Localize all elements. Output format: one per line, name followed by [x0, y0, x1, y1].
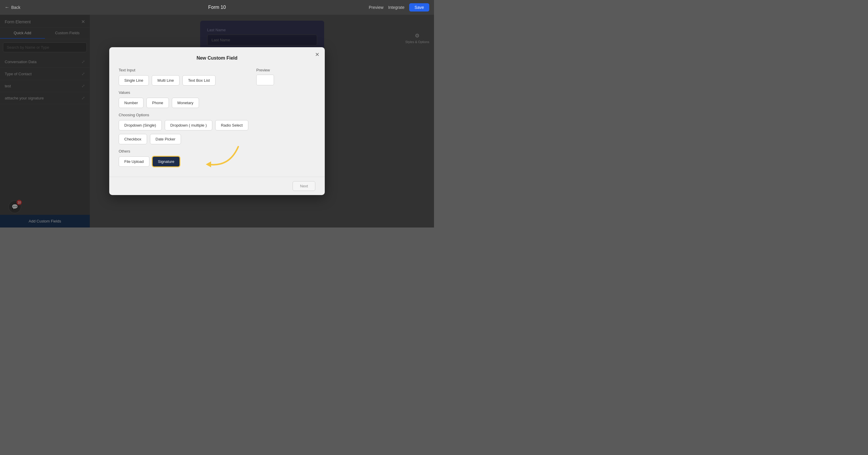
modal-close-button[interactable]: ✕: [315, 52, 319, 57]
choosing-options-row2: Checkbox Date Picker: [119, 134, 249, 144]
save-button[interactable]: Save: [409, 3, 429, 11]
back-label: Back: [11, 5, 20, 10]
preview-box: [256, 75, 274, 85]
topbar: ← Back Form 10 Preview Integrate Save: [0, 0, 434, 15]
next-button[interactable]: Next: [292, 181, 315, 191]
text-input-buttons: Single Line Multi Line Text Box List: [119, 75, 249, 86]
file-upload-button[interactable]: File Upload: [119, 156, 149, 167]
single-line-button[interactable]: Single Line: [119, 75, 149, 86]
checkbox-button[interactable]: Checkbox: [119, 134, 147, 144]
modal-footer: Next: [109, 177, 325, 195]
modal-left: Text Input Single Line Multi Line Text B…: [119, 68, 249, 171]
text-input-label: Text Input: [119, 68, 249, 72]
choosing-options-row1: Dropdown (Single) Dropdown ( multiple ) …: [119, 120, 249, 130]
choosing-options-section: Choosing Options Dropdown (Single) Dropd…: [119, 113, 249, 144]
topbar-right: Preview Integrate Save: [369, 3, 429, 11]
modal-overlay: New Custom Field ✕ Text Input Single Lin…: [0, 15, 434, 228]
preview-label: Preview: [256, 68, 315, 72]
preview-button[interactable]: Preview: [369, 5, 383, 10]
others-section: Others File Upload Signature: [119, 149, 249, 167]
integrate-button[interactable]: Integrate: [388, 5, 404, 10]
back-arrow-icon: ←: [5, 5, 9, 10]
others-buttons: File Upload Signature: [119, 156, 249, 167]
dropdown-multiple-button[interactable]: Dropdown ( multiple ): [165, 120, 213, 130]
choosing-options-label: Choosing Options: [119, 113, 249, 117]
modal-right: Preview: [256, 68, 315, 171]
text-input-section: Text Input Single Line Multi Line Text B…: [119, 68, 249, 86]
others-label: Others: [119, 149, 249, 154]
date-picker-button[interactable]: Date Picker: [150, 134, 181, 144]
multi-line-button[interactable]: Multi Line: [152, 75, 180, 86]
page-title: Form 10: [208, 5, 226, 10]
values-buttons: Number Phone Monetary: [119, 98, 249, 108]
modal-body: Text Input Single Line Multi Line Text B…: [119, 68, 315, 171]
dropdown-single-button[interactable]: Dropdown (Single): [119, 120, 162, 130]
text-box-list-button[interactable]: Text Box List: [182, 75, 216, 86]
back-button[interactable]: ← Back: [5, 5, 20, 10]
modal-new-custom-field: New Custom Field ✕ Text Input Single Lin…: [109, 47, 325, 195]
modal-title: New Custom Field: [119, 56, 315, 61]
signature-button[interactable]: Signature: [152, 156, 180, 167]
values-section: Values Number Phone Monetary: [119, 90, 249, 108]
phone-button[interactable]: Phone: [147, 98, 169, 108]
values-label: Values: [119, 90, 249, 95]
number-button[interactable]: Number: [119, 98, 144, 108]
radio-select-button[interactable]: Radio Select: [215, 120, 248, 130]
monetary-button[interactable]: Monetary: [172, 98, 199, 108]
